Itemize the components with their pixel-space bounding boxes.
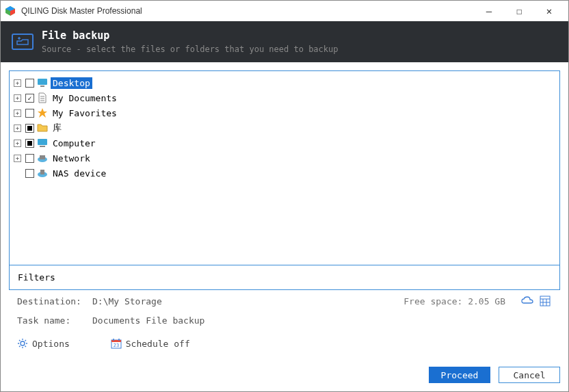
header: File backup Source - select the files or…: [1, 21, 568, 62]
svg-rect-15: [540, 296, 550, 306]
svg-text:23: 23: [114, 343, 119, 348]
footer: Proceed Cancel: [1, 367, 568, 391]
schedule-label: Schedule off: [126, 339, 190, 349]
svg-marker-8: [38, 108, 47, 118]
expand-icon[interactable]: +: [14, 125, 21, 132]
checkbox[interactable]: [25, 154, 34, 163]
minimize-button[interactable]: —: [474, 1, 504, 21]
svg-point-20: [21, 341, 25, 345]
header-subtitle: Source - select the files or folders tha…: [42, 44, 338, 54]
svg-rect-14: [40, 170, 44, 174]
document-icon: [37, 92, 48, 103]
source-tree[interactable]: +Desktop+✓My Documents+My Favorites+库+Co…: [10, 71, 559, 265]
checkbox[interactable]: [25, 79, 34, 88]
free-space: Free space: 2.05 GB: [403, 296, 505, 306]
checkbox[interactable]: [25, 139, 34, 148]
file-backup-icon: [12, 34, 34, 50]
destination-label: Destination:: [17, 296, 92, 306]
svg-rect-4: [40, 86, 44, 87]
calendar-icon: 23: [111, 338, 122, 349]
window-controls: — ☐ ✕: [474, 1, 564, 21]
calculator-icon[interactable]: [538, 295, 552, 307]
app-logo-icon: [5, 5, 16, 16]
expand-icon[interactable]: +: [14, 155, 21, 162]
checkbox[interactable]: [25, 124, 34, 133]
svg-rect-10: [40, 146, 45, 147]
filters-bar[interactable]: Filters: [10, 265, 559, 289]
filters-label: Filters: [18, 272, 55, 283]
tree-item-label[interactable]: My Documents: [51, 92, 119, 104]
tree-item-label[interactable]: NAS device: [51, 168, 108, 179]
checkbox[interactable]: [25, 169, 34, 178]
window-title: QILING Disk Master Professional: [21, 6, 474, 16]
svg-rect-9: [38, 139, 47, 145]
main-area: +Desktop+✓My Documents+My Favorites+库+Co…: [1, 62, 568, 367]
schedule-button[interactable]: 23 Schedule off: [111, 338, 190, 349]
source-tree-panel: +Desktop+✓My Documents+My Favorites+库+Co…: [9, 70, 560, 290]
browse-cloud-icon[interactable]: [520, 295, 534, 307]
tree-item-label[interactable]: Computer: [51, 138, 98, 149]
svg-rect-12: [40, 155, 45, 159]
tree-item[interactable]: NAS device: [12, 166, 557, 181]
folder-icon: [37, 122, 48, 133]
options-row: Options 23 Schedule off: [9, 328, 560, 358]
maximize-button[interactable]: ☐: [504, 1, 534, 21]
destination-value[interactable]: D:\My Storage: [92, 296, 162, 306]
checkbox[interactable]: ✓: [25, 94, 34, 103]
expand-icon[interactable]: +: [14, 79, 21, 87]
options-button[interactable]: Options: [17, 338, 70, 349]
expand-icon[interactable]: +: [14, 94, 21, 102]
computer-icon: [37, 138, 48, 148]
task-name-label: Task name:: [17, 315, 92, 326]
network-icon: [37, 153, 48, 164]
tree-item-label[interactable]: Desktop: [51, 77, 92, 89]
options-label: Options: [32, 339, 70, 349]
expand-icon[interactable]: +: [14, 109, 21, 117]
svg-rect-3: [38, 79, 47, 85]
destination-row: Destination: D:\My Storage Free space: 2…: [9, 290, 560, 309]
desktop-icon: [37, 77, 48, 88]
tree-item[interactable]: +Desktop: [12, 75, 557, 90]
expand-icon[interactable]: +: [14, 140, 21, 147]
header-title: File backup: [42, 29, 338, 42]
tree-item-label[interactable]: Network: [51, 153, 92, 164]
tree-item-label[interactable]: My Favorites: [51, 107, 119, 119]
task-name-row: Task name: Documents File backup: [9, 309, 560, 328]
tree-item[interactable]: +Computer: [12, 135, 557, 151]
nas-icon: [37, 168, 48, 179]
close-button[interactable]: ✕: [534, 1, 564, 21]
checkbox[interactable]: [25, 109, 34, 118]
svg-rect-22: [111, 340, 121, 342]
tree-item[interactable]: +My Favorites: [12, 105, 557, 120]
tree-item-label[interactable]: 库: [51, 121, 64, 135]
tree-item[interactable]: +库: [12, 120, 557, 135]
gear-icon: [17, 338, 28, 349]
proceed-button[interactable]: Proceed: [429, 367, 490, 383]
task-name-value[interactable]: Documents File backup: [92, 315, 204, 326]
tree-item[interactable]: +✓My Documents: [12, 90, 557, 105]
titlebar: QILING Disk Master Professional — ☐ ✕: [1, 1, 568, 21]
star-icon: [37, 107, 48, 118]
tree-item[interactable]: +Network: [12, 151, 557, 166]
cancel-button[interactable]: Cancel: [499, 367, 560, 383]
